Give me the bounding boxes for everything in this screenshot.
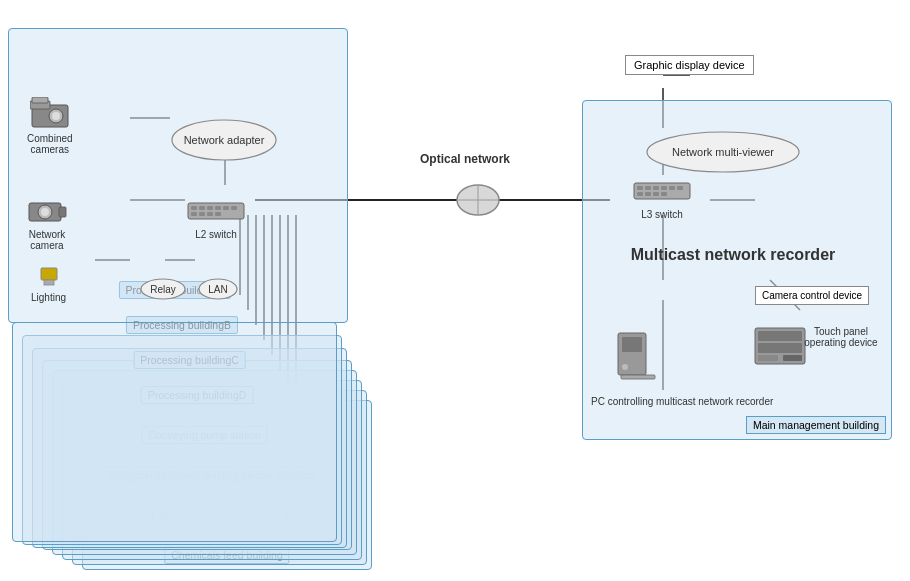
- svg-rect-63: [645, 192, 651, 196]
- l2-switch: L2 switch: [187, 199, 245, 240]
- svg-rect-64: [653, 192, 659, 196]
- network-multi-viewer: Network multi-viewer: [643, 129, 803, 177]
- svg-rect-40: [191, 206, 197, 210]
- svg-rect-69: [621, 375, 655, 379]
- svg-rect-41: [199, 206, 205, 210]
- panel-main-left: Combined cameras Network camera: [8, 28, 348, 323]
- combined-cameras-icon: [30, 97, 70, 131]
- l2-switch-label: L2 switch: [195, 229, 237, 240]
- svg-rect-59: [661, 186, 667, 190]
- svg-rect-62: [637, 192, 643, 196]
- svg-rect-42: [207, 206, 213, 210]
- optical-network-label: Optical network: [420, 152, 510, 166]
- combined-cameras: Combined cameras: [27, 97, 73, 155]
- pc-controlling-label: PC controlling multicast network recorde…: [591, 396, 773, 407]
- diagram-container: Chemicals feed building Withdrawing pump…: [0, 0, 910, 581]
- svg-rect-47: [199, 212, 205, 216]
- lighting: Lighting: [31, 264, 66, 303]
- network-camera-label: Network camera: [29, 229, 66, 251]
- svg-rect-61: [677, 186, 683, 190]
- camera-control-device: Camera control device: [755, 286, 869, 305]
- network-adapter: Network adapter: [169, 117, 279, 165]
- svg-rect-39: [188, 203, 244, 219]
- svg-rect-73: [758, 355, 778, 361]
- svg-rect-43: [215, 206, 221, 210]
- svg-text:Relay: Relay: [150, 284, 176, 295]
- graphic-display-device: Graphic display device: [625, 55, 754, 75]
- svg-rect-24: [32, 97, 48, 103]
- l3-switch: L3 switch: [633, 179, 691, 220]
- panel-main-management: Network multi-viewer: [582, 100, 892, 440]
- svg-rect-56: [637, 186, 643, 190]
- svg-rect-67: [622, 337, 642, 352]
- relay-component: Relay: [139, 277, 187, 303]
- pc-icon: [613, 331, 663, 388]
- svg-rect-31: [41, 268, 57, 280]
- svg-rect-58: [653, 186, 659, 190]
- touch-panel-label: Touch panel operating device: [796, 326, 886, 348]
- lighting-label: Lighting: [31, 292, 66, 303]
- multicast-recorder-text: Multicast network recorder: [593, 246, 873, 264]
- svg-point-68: [622, 364, 628, 370]
- network-camera: Network camera: [27, 197, 67, 251]
- svg-point-29: [41, 208, 49, 216]
- svg-rect-55: [634, 183, 690, 199]
- main-management-label: Main management building: [746, 416, 886, 434]
- svg-rect-48: [207, 212, 213, 216]
- svg-rect-60: [669, 186, 675, 190]
- l3-switch-icon: [633, 179, 691, 207]
- svg-rect-74: [783, 355, 802, 361]
- svg-text:Network multi-viewer: Network multi-viewer: [672, 146, 774, 158]
- pc-controlling: [613, 331, 663, 390]
- lighting-icon: [37, 264, 61, 290]
- l3-switch-label: L3 switch: [641, 209, 683, 220]
- svg-rect-65: [661, 192, 667, 196]
- svg-rect-30: [59, 207, 66, 217]
- l2-switch-icon: [187, 199, 245, 227]
- svg-text:LAN: LAN: [208, 284, 227, 295]
- svg-rect-44: [223, 206, 229, 210]
- svg-rect-32: [44, 280, 54, 285]
- svg-rect-49: [215, 212, 221, 216]
- optical-network-node: [455, 182, 501, 220]
- svg-text:Network adapter: Network adapter: [184, 134, 265, 146]
- svg-rect-45: [231, 206, 237, 210]
- svg-rect-46: [191, 212, 197, 216]
- svg-point-26: [52, 112, 60, 120]
- panel-processing-a: Processing buildingA: [12, 322, 337, 542]
- lan-component: LAN: [197, 277, 239, 303]
- network-camera-icon: [27, 197, 67, 227]
- combined-cameras-label: Combined cameras: [27, 133, 73, 155]
- svg-rect-57: [645, 186, 651, 190]
